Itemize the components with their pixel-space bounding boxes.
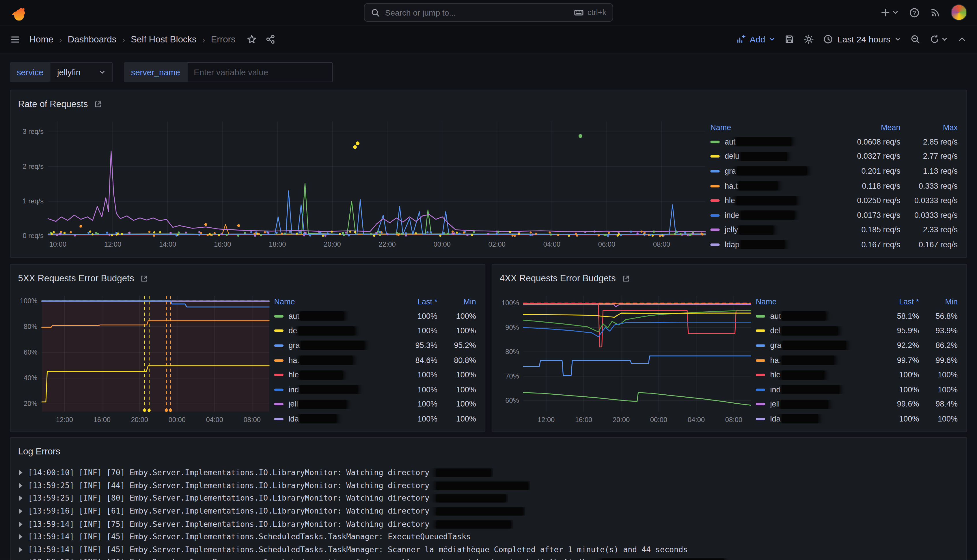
log-row[interactable]: [13:59:25] [INF] [44] Emby.Server.Implem… — [17, 479, 960, 492]
menu-toggle-icon[interactable] — [10, 34, 21, 45]
legend-row[interactable]: hle100%100% — [756, 368, 958, 382]
legend-sort-name[interactable]: Name — [710, 123, 833, 132]
legend-row[interactable]: hle0.0250 req/s0.0333 req/s — [710, 193, 958, 208]
legend-row[interactable]: ind100%100% — [274, 382, 476, 397]
save-dashboard-icon[interactable] — [785, 34, 795, 45]
legend-sort-name[interactable]: Name — [274, 297, 392, 306]
clock-icon — [823, 34, 833, 45]
legend-value: 93.9% — [919, 327, 958, 335]
help-button[interactable]: ? — [909, 7, 920, 18]
breadcrumb-current: Errors — [211, 34, 235, 45]
redacted-series-name — [301, 312, 344, 321]
5xx-error-budget-chart[interactable]: 12:0016:0020:0000:0004:0008:00100%80%60%… — [16, 292, 274, 425]
log-row[interactable]: [14:00:10] [INF] [70] Emby.Server.Implem… — [17, 466, 960, 479]
legend-row[interactable]: ha.99.7%99.6% — [756, 353, 958, 368]
legend-row[interactable]: hle100%100% — [274, 368, 476, 382]
legend-sort-col[interactable]: Max — [900, 123, 958, 132]
rate-of-requests-chart[interactable]: 10:0012:0014:0016:0018:0020:0022:0000:00… — [16, 118, 710, 250]
legend-row[interactable]: gra0.201 req/s1.13 req/s — [710, 164, 958, 178]
collapse-toolbar-icon[interactable] — [957, 34, 967, 45]
legend-value: 100% — [392, 400, 438, 408]
legend-value: 92.2% — [874, 341, 919, 350]
legend-value: 100% — [438, 385, 476, 394]
expand-caret-icon[interactable] — [19, 483, 23, 488]
legend-row[interactable]: gra92.2%86.2% — [756, 338, 958, 353]
legend-row[interactable]: aut58.1%56.8% — [756, 309, 958, 323]
external-link-icon[interactable] — [622, 274, 630, 282]
legend-row[interactable]: lda100%100% — [756, 412, 958, 427]
search-bar[interactable]: Search or jump to... ctrl+k — [364, 3, 613, 22]
legend-row[interactable]: aut0.0608 req/s2.85 req/s — [710, 135, 958, 149]
settings-gear-icon[interactable] — [804, 34, 814, 45]
favorite-star-icon[interactable] — [247, 34, 257, 45]
redacted-log-text — [436, 482, 528, 490]
breadcrumb-folder[interactable]: Self Host Blocks — [131, 34, 197, 45]
server-name-input[interactable] — [187, 62, 333, 82]
add-panel-button[interactable]: Add — [736, 34, 775, 45]
log-row[interactable]: [13:59:13] [INF] [70] Emby.Drawing.Image… — [17, 556, 960, 560]
redacted-series-name — [300, 370, 343, 379]
legend-row[interactable]: jelly0.185 req/s2.33 req/s — [710, 223, 958, 237]
legend-row[interactable]: jell100%100% — [274, 397, 476, 412]
log-row[interactable]: [13:59:14] [INF] [75] Emby.Server.Implem… — [17, 518, 960, 530]
redacted-series-name — [741, 211, 794, 220]
expand-caret-icon[interactable] — [19, 547, 23, 552]
4xx-error-budget-chart[interactable]: 12:0016:0020:0000:0004:0008:00100%90%80%… — [497, 292, 756, 425]
log-row[interactable]: [13:59:14] [INF] [45] Emby.Server.Implem… — [17, 530, 960, 543]
share-icon[interactable] — [266, 34, 276, 45]
legend-value: 100% — [392, 370, 438, 379]
legend-sort-col[interactable]: Last * — [392, 297, 438, 306]
log-text: [13:59:14] [INF] [75] Emby.Server.Implem… — [28, 520, 513, 528]
legend-row[interactable]: del95.9%93.9% — [756, 323, 958, 338]
legend-row[interactable]: inde0.0173 req/s0.0333 req/s — [710, 208, 958, 223]
legend-row[interactable]: lda100%100% — [274, 412, 476, 427]
legend-sort-col[interactable]: Mean — [833, 123, 900, 132]
add-graph-icon — [736, 34, 746, 45]
legend-row[interactable]: aut100%100% — [274, 309, 476, 323]
legend-sort-name[interactable]: Name — [756, 297, 874, 306]
redacted-series-name — [782, 326, 838, 335]
series-color-swatch — [756, 359, 765, 362]
expand-caret-icon[interactable] — [19, 508, 23, 513]
legend-value: 100% — [438, 327, 476, 335]
legend-row[interactable]: delu0.0327 req/s2.77 req/s — [710, 149, 958, 164]
legend-sort-col[interactable]: Last * — [874, 297, 919, 306]
series-name: jell — [289, 400, 298, 408]
external-link-icon[interactable] — [140, 274, 149, 282]
news-button[interactable] — [930, 8, 940, 18]
log-row[interactable]: [13:59:16] [INF] [61] Emby.Server.Implem… — [17, 505, 960, 518]
legend-sort-col[interactable]: Min — [438, 297, 476, 306]
legend-value: 0.118 req/s — [833, 182, 900, 190]
legend-row[interactable]: ha.t0.118 req/s0.333 req/s — [710, 178, 958, 193]
user-avatar[interactable] — [951, 4, 967, 20]
legend-row[interactable]: de100%100% — [274, 323, 476, 338]
series-name: ha.t — [725, 182, 738, 190]
legend-value: 56.8% — [919, 312, 958, 320]
expand-caret-icon[interactable] — [19, 522, 23, 527]
svg-text:70%: 70% — [505, 372, 519, 380]
breadcrumb-dashboards[interactable]: Dashboards — [68, 34, 117, 45]
external-link-icon[interactable] — [94, 100, 102, 108]
legend-row[interactable]: ha.84.6%80.8% — [274, 353, 476, 368]
legend-row[interactable]: ldap0.167 req/s0.167 req/s — [710, 237, 958, 252]
expand-caret-icon[interactable] — [19, 534, 23, 539]
log-row[interactable]: [13:59:25] [INF] [80] Emby.Server.Implem… — [17, 492, 960, 505]
log-row[interactable]: [13:59:14] [INF] [45] Emby.Server.Implem… — [17, 543, 960, 556]
legend-row[interactable]: ind100%100% — [756, 382, 958, 397]
refresh-button[interactable] — [930, 34, 948, 45]
legend-value: 0.0333 req/s — [900, 196, 958, 205]
redacted-series-name — [782, 355, 834, 365]
breadcrumb-home[interactable]: Home — [29, 34, 53, 45]
legend-sort-col[interactable]: Min — [919, 297, 958, 306]
service-variable-dropdown[interactable]: jellyfin — [50, 62, 113, 82]
expand-caret-icon[interactable] — [19, 496, 23, 501]
zoom-out-icon[interactable] — [910, 34, 920, 45]
new-menu-button[interactable] — [880, 8, 899, 18]
expand-caret-icon[interactable] — [19, 470, 23, 475]
legend-row[interactable]: gra95.3%95.2% — [274, 338, 476, 353]
grafana-logo[interactable] — [10, 4, 26, 20]
series-name: de — [289, 327, 297, 335]
time-range-picker[interactable]: Last 24 hours — [823, 34, 901, 45]
log-text: [14:00:10] [INF] [70] Emby.Server.Implem… — [28, 468, 493, 477]
legend-row[interactable]: jell99.6%98.4% — [756, 397, 958, 412]
